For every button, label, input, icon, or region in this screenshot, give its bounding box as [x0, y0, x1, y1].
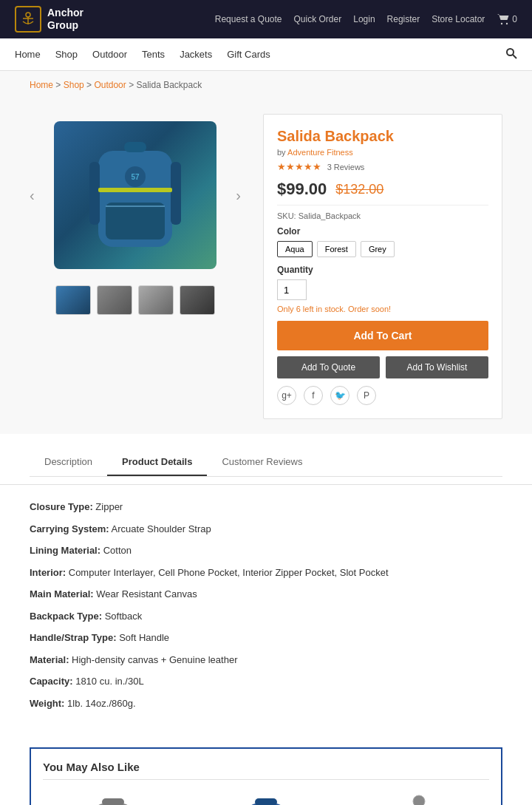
detail-capacity: Capacity: 1810 cu. in./30L	[30, 674, 502, 689]
product-images: ‹	[30, 114, 241, 419]
svg-rect-11	[89, 162, 100, 225]
also-like-product-3[interactable]: Beemer Jacket $100.00 ★★★★★	[348, 789, 489, 805]
svg-rect-13	[98, 188, 172, 192]
add-to-wishlist-button[interactable]: Add To Wishlist	[386, 356, 488, 378]
quantity-label: Quantity	[277, 265, 488, 275]
cart-icon[interactable]: 0	[497, 13, 517, 25]
product-brand: by Adventure Fitness	[277, 148, 488, 157]
breadcrumb-outdoor[interactable]: Outdoor	[94, 80, 126, 90]
price-current: $99.00	[277, 180, 327, 199]
main-navigation: Home Shop Outdoor Tents Jackets Gift Car…	[0, 38, 532, 71]
add-to-cart-button[interactable]: Add To Cart	[277, 321, 488, 350]
product-rating: ★★★★★ 3 Reviews	[277, 161, 488, 172]
product-section: ‹	[0, 99, 532, 434]
top-nav-request-quote[interactable]: Request a Quote	[215, 14, 282, 24]
google-plus-icon[interactable]: g+	[277, 386, 296, 405]
nav-gift-cards[interactable]: Gift Cards	[227, 49, 270, 60]
thumbnail-3[interactable]	[138, 285, 174, 315]
detail-handle-strap: Handle/Strap Type: Soft Handle	[30, 631, 502, 645]
price-row: $99.00 $132.00	[277, 180, 488, 199]
color-label: Color	[277, 226, 488, 237]
image-prev-button[interactable]: ‹	[30, 187, 35, 204]
top-nav-register[interactable]: Register	[387, 14, 420, 24]
product-info: Salida Backpack by Adventure Fitness ★★★…	[263, 114, 502, 419]
detail-interior: Interior: Computer Interlayer, Cell Phon…	[30, 565, 502, 580]
brand-name: Anchor Group	[47, 7, 83, 32]
color-aqua[interactable]: Aqua	[277, 241, 313, 257]
svg-line-6	[513, 55, 516, 58]
pinterest-icon[interactable]: P	[357, 386, 376, 405]
action-row: Add To Quote Add To Wishlist	[277, 356, 488, 378]
tabs-section: Description Product Details Customer Rev…	[0, 434, 532, 485]
top-nav-store-locator[interactable]: Store Locator	[432, 14, 485, 24]
svg-point-3	[501, 23, 502, 24]
thumbnail-4[interactable]	[180, 285, 215, 315]
svg-point-29	[413, 795, 425, 805]
product-title: Salida Backpack	[277, 128, 488, 145]
main-nav-links: Home Shop Outdoor Tents Jackets Gift Car…	[15, 49, 270, 60]
nav-shop[interactable]: Shop	[55, 49, 78, 60]
detail-lining: Lining Material: Cotton	[30, 543, 502, 558]
price-original: $132.00	[335, 182, 383, 197]
product-main-image: 57	[54, 121, 216, 269]
nav-tents[interactable]: Tents	[142, 49, 165, 60]
quantity-input[interactable]	[277, 279, 307, 300]
product-tabs: Description Product Details Customer Rev…	[30, 449, 502, 477]
product-sku: SKU: Salida_Backpack	[277, 205, 488, 220]
thumbnail-2[interactable]	[97, 285, 132, 315]
also-like-title: You May Also Like	[43, 761, 489, 780]
color-grey[interactable]: Grey	[361, 241, 395, 257]
facebook-icon[interactable]: f	[304, 386, 323, 405]
also-like-items: ‹ Shaka 70 Backpack $130.99 ★★★★★	[43, 789, 489, 805]
svg-rect-8	[124, 142, 146, 152]
main-image-wrapper: ‹	[30, 114, 241, 276]
top-nav-quick-order[interactable]: Quick Order	[294, 14, 342, 24]
breadcrumb-shop[interactable]: Shop	[64, 80, 84, 90]
detail-main-material: Main Material: Wear Resistant Canvas	[30, 587, 502, 602]
product-card-image-1	[43, 789, 184, 805]
detail-weight: Weight: 1lb. 14oz./860g.	[30, 696, 502, 711]
twitter-icon[interactable]: 🐦	[330, 386, 349, 405]
svg-text:57: 57	[131, 173, 140, 181]
product-card-image-3	[348, 789, 489, 805]
thumbnail-list	[55, 285, 215, 315]
stock-warning: Only 6 left in stock. Order soon!	[277, 305, 488, 313]
svg-point-0	[26, 13, 30, 17]
top-nav-login[interactable]: Login	[353, 14, 375, 24]
add-to-quote-button[interactable]: Add To Quote	[277, 356, 380, 378]
tab-product-details[interactable]: Product Details	[107, 449, 207, 476]
social-icons: g+ f 🐦 P	[277, 386, 488, 405]
search-button[interactable]	[505, 47, 517, 62]
detail-carrying: Carrying System: Arcuate Shoulder Strap	[30, 522, 502, 537]
svg-rect-9	[106, 203, 165, 240]
logo-icon	[15, 6, 41, 33]
detail-closure: Closure Type: Zipper	[30, 500, 502, 514]
thumbnail-1[interactable]	[55, 285, 91, 315]
breadcrumb-home[interactable]: Home	[30, 80, 53, 90]
nav-home[interactable]: Home	[15, 49, 41, 60]
product-brand-link[interactable]: Adventure Fitness	[287, 148, 353, 157]
detail-backpack-type: Backpack Type: Softback	[30, 609, 502, 624]
svg-rect-21	[102, 798, 124, 805]
color-options: Aqua Forest Grey	[277, 241, 488, 257]
product-stars: ★★★★★	[277, 161, 321, 172]
tab-customer-reviews[interactable]: Customer Reviews	[207, 449, 317, 476]
also-like-section: You May Also Like ‹ Shaka 70 Backpack $1…	[30, 747, 502, 805]
nav-jackets[interactable]: Jackets	[180, 49, 212, 60]
detail-material: Material: High-density canvas + Genuine …	[30, 653, 502, 668]
svg-point-4	[506, 23, 508, 24]
color-forest[interactable]: Forest	[317, 241, 356, 257]
logo[interactable]: Anchor Group	[15, 6, 83, 33]
nav-outdoor[interactable]: Outdoor	[92, 49, 127, 60]
product-card-image-2	[196, 789, 337, 805]
svg-rect-12	[171, 162, 181, 225]
tab-description[interactable]: Description	[30, 449, 107, 476]
also-like-product-1[interactable]: Shaka 70 Backpack $130.99 ★★★★★	[43, 789, 184, 805]
top-bar: Anchor Group Request a Quote Quick Order…	[0, 0, 532, 38]
top-navigation: Request a Quote Quick Order Login Regist…	[215, 13, 517, 25]
breadcrumb-current: Salida Backpack	[136, 80, 202, 90]
cart-count: 0	[512, 14, 517, 24]
also-like-product-2[interactable]: Wandrin 48 Backpack $70.29 ★★★★☆	[196, 789, 337, 805]
svg-point-5	[507, 49, 514, 55]
image-next-button[interactable]: ›	[236, 187, 241, 204]
